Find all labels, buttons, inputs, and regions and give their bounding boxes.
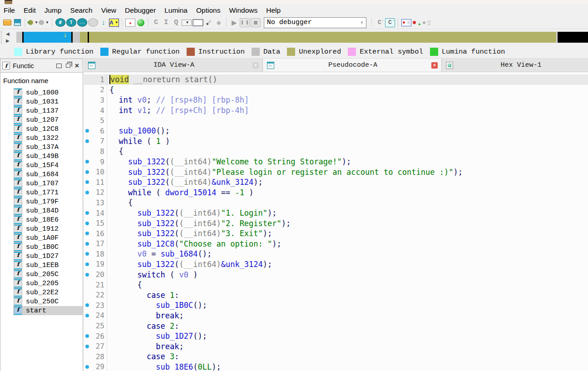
menu-debugger[interactable]: Debugger [125,6,156,15]
navband-drag-handle[interactable] [1,31,3,44]
breakpoint-gutter[interactable] [84,180,92,184]
menu-view[interactable]: View [101,6,116,15]
navigate-back-icon[interactable]: ▼ [28,18,38,27]
breakpoint-gutter[interactable] [84,232,92,235]
frame-icon[interactable] [193,19,203,26]
breakpoint-gutter[interactable] [84,242,92,246]
tab-hex-view-1[interactable]: Hex View-1 [442,59,588,72]
breakpoint-gutter[interactable] [84,129,92,133]
navband-left-arrow-icon[interactable]: ◀ [6,31,15,37]
breakpoint-gutter[interactable] [84,314,92,317]
function-list-item[interactable]: fsub_1000 [13,88,83,97]
breakpoint-gutter[interactable] [84,273,92,277]
dropdown-arrow-icon[interactable]: ▼ [115,20,119,25]
function-list-item[interactable]: fsub_22E2 [13,288,83,297]
statement-bullet-icon[interactable] [85,170,89,174]
strings-window-icon[interactable] [77,18,87,27]
breakpoint-gutter[interactable] [84,222,92,225]
breakpoint-gutter[interactable] [84,139,92,143]
function-list-item[interactable]: fsub_1771 [13,188,83,197]
menu-file[interactable]: File [4,6,15,15]
breakpoint-gutter[interactable] [84,365,92,369]
watch-list-icon[interactable] [401,19,411,26]
function-list-item[interactable]: fsub_12C8 [13,124,83,134]
function-list-item[interactable]: fsub_1031 [13,97,83,106]
function-list-item[interactable]: fsub_1A0F [13,233,83,242]
nav-history-icon[interactable] [88,18,98,27]
edit-func-icon[interactable] [204,18,213,27]
continue-process-icon[interactable]: C [385,18,395,27]
statement-bullet-icon[interactable] [85,180,89,184]
statement-bullet-icon[interactable] [85,314,89,317]
navigation-band[interactable]: ↓ [16,32,588,43]
function-name-column-header[interactable]: Function name [0,73,83,88]
function-list-item[interactable]: fsub_15F4 [13,161,83,170]
diamond-icon[interactable]: ◆ [214,18,223,27]
breakpoint-gutter[interactable] [84,252,92,256]
menu-lumina[interactable]: Lumina [164,6,188,15]
debugger-select[interactable]: No debugger ∨ [264,17,366,28]
statement-bullet-icon[interactable] [85,160,89,163]
statement-bullet-icon[interactable] [85,345,89,348]
breakpoint-gutter[interactable] [84,160,92,163]
function-list-item[interactable]: fsub_1912 [13,224,83,233]
maximize-button[interactable] [55,62,63,69]
text-window-icon[interactable] [66,18,76,27]
produce-c-icon[interactable]: C [152,18,161,27]
function-list-item[interactable]: fsub_2205 [13,279,83,288]
function-list-item[interactable]: fsub_1207 [13,115,83,124]
tab-pseudocode-a[interactable]: Pseudocode-A× [263,59,442,72]
statement-bullet-icon[interactable] [85,139,89,143]
lumina-icon[interactable] [136,18,145,27]
function-list-item[interactable]: fsub_1D27 [13,252,83,261]
hex-window-icon[interactable] [55,18,65,27]
dropdown-arrow-icon[interactable]: ▼ [185,20,189,25]
statement-bullet-icon[interactable] [85,129,89,133]
function-list-item[interactable]: fsub_1684 [13,170,83,179]
statement-bullet-icon[interactable] [85,273,89,277]
function-list-item[interactable]: fsub_1322 [13,134,83,143]
breakpoint-gutter[interactable] [84,345,92,348]
statement-bullet-icon[interactable] [85,303,89,307]
start-process-icon[interactable]: ▶ [230,18,239,27]
statement-bullet-icon[interactable] [85,334,89,338]
bookmark-icon[interactable] [125,19,135,27]
function-list-item[interactable]: fsub_184D [13,206,83,215]
statement-bullet-icon[interactable] [85,365,89,369]
breakpoint-gutter[interactable] [84,334,92,338]
function-list-item[interactable]: fstart [13,306,83,315]
function-list-item[interactable]: fsub_205C [13,270,83,279]
function-list-item[interactable]: fsub_149B [13,152,83,161]
breakpoint-gutter[interactable] [84,262,92,266]
statement-bullet-icon[interactable] [85,252,89,256]
stop-process-icon[interactable] [251,18,261,27]
menu-options[interactable]: Options [196,6,220,15]
menu-jump[interactable]: Jump [44,6,62,15]
float-button[interactable] [64,62,72,69]
save-file-icon[interactable] [13,18,22,27]
produce-q-icon[interactable]: Q [172,18,181,27]
rename-icon[interactable]: A▼ [109,19,119,27]
breakpoint-gutter[interactable] [84,211,92,215]
breakpoint-gutter[interactable] [84,191,92,194]
statement-bullet-icon[interactable] [85,211,89,215]
dropdown-arrow-icon[interactable]: ▼ [35,20,38,25]
functions-panel-titlebar[interactable]: f Functic × [0,59,83,73]
menu-search[interactable]: Search [70,6,93,15]
pseudocode-view[interactable]: 1void __noreturn start()2{3 int v0; // [… [84,72,588,371]
function-list-item[interactable]: fsub_1EEB [13,261,83,270]
bpt-add-icon[interactable] [412,20,421,26]
function-list-item[interactable]: fsub_250C [13,297,83,306]
close-button[interactable]: × [73,62,81,69]
combo-chevron-icon[interactable]: ∨ [358,18,366,28]
function-list-item[interactable]: fsub_1707 [13,179,83,188]
menu-edit[interactable]: Edit [24,6,36,15]
function-list-item[interactable]: fsub_179F [13,197,83,206]
menu-windows[interactable]: Windows [229,6,257,15]
breakpoint-gutter[interactable] [84,170,92,174]
breakpoint-gutter[interactable] [84,303,92,307]
statement-bullet-icon[interactable] [85,242,89,246]
new-window-icon[interactable]: ▼ [182,20,192,26]
statement-bullet-icon[interactable] [85,262,89,266]
produce-i-icon[interactable]: I [162,18,171,27]
